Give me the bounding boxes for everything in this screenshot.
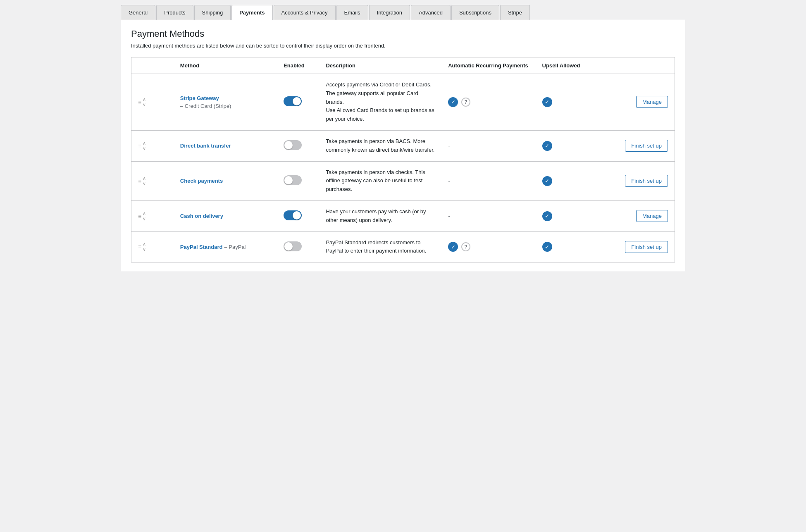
arp-cell-check-payments: - [441, 161, 535, 200]
arp-help-icon-paypal-standard[interactable]: ? [461, 242, 470, 251]
sort-up-arrow[interactable]: ∧ [143, 97, 146, 102]
toggle-track-check-payments [284, 175, 302, 185]
col-header-arp: Automatic Recurring Payments [441, 57, 535, 74]
upsell-check-icon-check-payments: ✓ [542, 176, 552, 186]
toggle-thumb-direct-bank-transfer [284, 141, 293, 149]
description-cell-check-payments: Take payments in person via checks. This… [319, 161, 441, 200]
drag-cell-paypal-standard: ≡ ∧ ∨ [131, 231, 174, 262]
table-row: ≡ ∧ ∨ Check payments Take payments in pe… [131, 161, 675, 200]
tab-products[interactable]: Products [156, 5, 193, 20]
method-cell-stripe-gateway: Stripe Gateway– Credit Card (Stripe) [174, 74, 277, 131]
upsell-check-icon-stripe-gateway: ✓ [542, 97, 552, 107]
drag-handle-icon[interactable]: ≡ [138, 99, 141, 105]
upsell-cell-check-payments: ✓ [536, 161, 611, 200]
sort-down-arrow[interactable]: ∨ [143, 181, 146, 186]
sort-up-arrow[interactable]: ∧ [143, 242, 146, 246]
action-cell-check-payments: Finish set up [611, 161, 675, 200]
tab-advanced[interactable]: Advanced [411, 5, 451, 20]
toggle-paypal-standard[interactable] [284, 241, 302, 251]
toggle-thumb-check-payments [284, 176, 293, 184]
page-title: Payment Methods [131, 29, 675, 39]
drag-cell-direct-bank-transfer: ≡ ∧ ∨ [131, 130, 174, 161]
drag-controls: ≡ ∧ ∨ [138, 242, 167, 252]
sort-arrows: ∧ ∨ [143, 176, 146, 186]
sort-up-arrow[interactable]: ∧ [143, 176, 146, 181]
table-row: ≡ ∧ ∨ Stripe Gateway– Credit Card (Strip… [131, 74, 675, 131]
toggle-thumb-paypal-standard [284, 242, 293, 250]
tab-integration[interactable]: Integration [369, 5, 410, 20]
tab-general[interactable]: General [121, 5, 155, 20]
description-cell-direct-bank-transfer: Take payments in person via BACS. More c… [319, 130, 441, 161]
sort-up-arrow[interactable]: ∧ [143, 211, 146, 216]
action-cell-stripe-gateway: Manage [611, 74, 675, 131]
arp-cell-stripe-gateway: ✓? [441, 74, 535, 131]
enabled-cell-cash-on-delivery [277, 200, 319, 231]
table-body: ≡ ∧ ∨ Stripe Gateway– Credit Card (Strip… [131, 74, 675, 262]
action-cell-cash-on-delivery: Manage [611, 200, 675, 231]
payments-table: Method Enabled Description Automatic Rec… [131, 57, 675, 262]
method-link-cash-on-delivery[interactable]: Cash on delivery [180, 213, 223, 219]
method-link-direct-bank-transfer[interactable]: Direct bank transfer [180, 143, 231, 149]
table-row: ≡ ∧ ∨ Direct bank transfer Take payments… [131, 130, 675, 161]
col-header-drag [131, 57, 174, 74]
page-wrapper: GeneralProductsShippingPaymentsAccounts … [121, 0, 685, 532]
action-cell-paypal-standard: Finish set up [611, 231, 675, 262]
arp-dash-check-payments: - [448, 178, 450, 184]
toggle-direct-bank-transfer[interactable] [284, 140, 302, 150]
method-cell-check-payments: Check payments [174, 161, 277, 200]
drag-cell-stripe-gateway: ≡ ∧ ∨ [131, 74, 174, 131]
arp-check-icon-paypal-standard: ✓ [448, 242, 458, 252]
action-btn-direct-bank-transfer[interactable]: Finish set up [625, 140, 668, 152]
method-link-check-payments[interactable]: Check payments [180, 178, 223, 184]
sort-down-arrow[interactable]: ∨ [143, 247, 146, 252]
method-cell-paypal-standard: PayPal Standard– PayPal [174, 231, 277, 262]
arp-check-icon-stripe-gateway: ✓ [448, 97, 458, 107]
tab-shipping[interactable]: Shipping [194, 5, 231, 20]
method-link-paypal-standard[interactable]: PayPal Standard [180, 244, 223, 250]
page-description: Installed payment methods are listed bel… [131, 43, 675, 49]
toggle-stripe-gateway[interactable] [284, 96, 302, 106]
sort-down-arrow[interactable]: ∨ [143, 103, 146, 107]
description-cell-cash-on-delivery: Have your customers pay with cash (or by… [319, 200, 441, 231]
tabs-navigation: GeneralProductsShippingPaymentsAccounts … [121, 0, 685, 20]
toggle-thumb-stripe-gateway [293, 97, 301, 105]
toggle-check-payments[interactable] [284, 175, 302, 185]
toggle-cash-on-delivery[interactable] [284, 210, 302, 220]
action-btn-stripe-gateway[interactable]: Manage [636, 96, 668, 108]
tab-emails[interactable]: Emails [336, 5, 368, 20]
sort-up-arrow[interactable]: ∧ [143, 141, 146, 146]
arp-help-icon-stripe-gateway[interactable]: ? [461, 98, 470, 107]
action-btn-cash-on-delivery[interactable]: Manage [636, 210, 668, 222]
enabled-cell-stripe-gateway [277, 74, 319, 131]
tab-accounts-privacy[interactable]: Accounts & Privacy [274, 5, 336, 20]
sort-down-arrow[interactable]: ∨ [143, 217, 146, 221]
col-header-upsell: Upsell Allowed [536, 57, 611, 74]
toggle-track-cash-on-delivery [284, 210, 302, 220]
enabled-cell-direct-bank-transfer [277, 130, 319, 161]
sort-down-arrow[interactable]: ∨ [143, 146, 146, 151]
toggle-track-direct-bank-transfer [284, 140, 302, 150]
drag-handle-icon[interactable]: ≡ [138, 213, 141, 219]
arp-dash-cash-on-delivery: - [448, 213, 450, 219]
drag-cell-check-payments: ≡ ∧ ∨ [131, 161, 174, 200]
method-link-stripe-gateway[interactable]: Stripe Gateway [180, 95, 219, 101]
drag-handle-icon[interactable]: ≡ [138, 178, 141, 184]
method-subtitle-paypal-standard: – PayPal [224, 244, 246, 250]
toggle-track-paypal-standard [284, 241, 302, 251]
tab-subscriptions[interactable]: Subscriptions [451, 5, 499, 20]
upsell-cell-cash-on-delivery: ✓ [536, 200, 611, 231]
drag-controls: ≡ ∧ ∨ [138, 141, 167, 151]
action-cell-direct-bank-transfer: Finish set up [611, 130, 675, 161]
action-btn-check-payments[interactable]: Finish set up [625, 175, 668, 187]
drag-handle-icon[interactable]: ≡ [138, 143, 141, 149]
sort-arrows: ∧ ∨ [143, 141, 146, 151]
upsell-check-icon-direct-bank-transfer: ✓ [542, 141, 552, 151]
upsell-cell-paypal-standard: ✓ [536, 231, 611, 262]
drag-controls: ≡ ∧ ∨ [138, 97, 167, 107]
tab-payments[interactable]: Payments [231, 5, 272, 20]
drag-handle-icon[interactable]: ≡ [138, 243, 141, 250]
tab-stripe[interactable]: Stripe [500, 5, 530, 20]
action-btn-paypal-standard[interactable]: Finish set up [625, 241, 668, 253]
table-header-row: Method Enabled Description Automatic Rec… [131, 57, 675, 74]
enabled-cell-paypal-standard [277, 231, 319, 262]
